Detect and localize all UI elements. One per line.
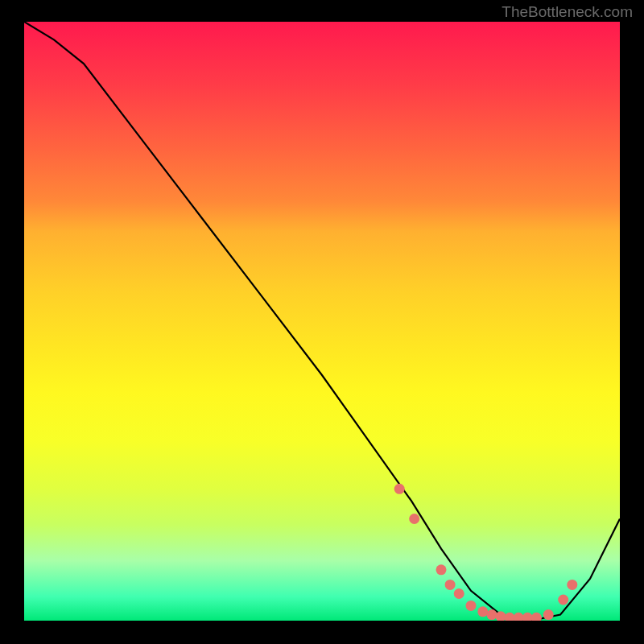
marker-dot (445, 580, 456, 590)
watermark-text: TheBottleneck.com (502, 3, 633, 21)
marker-dots (394, 484, 578, 621)
marker-dot (514, 613, 524, 621)
chart-svg (24, 22, 620, 621)
marker-dot (531, 613, 542, 621)
curve-line (24, 22, 620, 621)
marker-dot (409, 514, 419, 524)
marker-dot (505, 613, 515, 621)
marker-dot (496, 611, 506, 621)
marker-dot (436, 564, 447, 575)
marker-dot (466, 601, 477, 611)
marker-dot (394, 484, 405, 494)
marker-dot (567, 580, 577, 590)
marker-dot (477, 606, 488, 617)
marker-dot (454, 588, 464, 599)
marker-dot (558, 595, 568, 605)
marker-dot (522, 613, 533, 621)
marker-dot (486, 609, 497, 620)
marker-dot (543, 609, 554, 620)
plot-area (24, 22, 620, 621)
